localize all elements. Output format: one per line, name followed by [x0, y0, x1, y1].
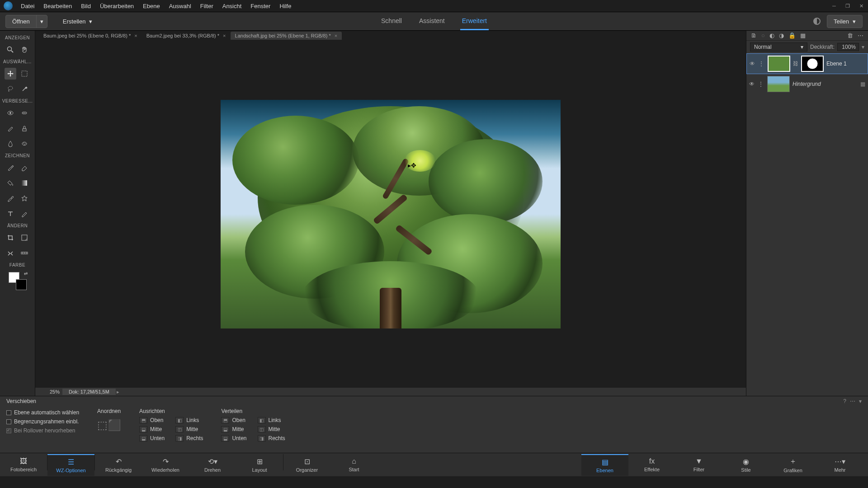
doc-info[interactable]: Dok: 17,2M/51,5M [62, 389, 116, 395]
auto-select-checkbox[interactable]: Ebene automatisch wählen [6, 408, 79, 417]
layer-name[interactable]: Ebene 1 [826, 61, 847, 67]
create-button[interactable]: Erstellen ▾ [57, 15, 99, 28]
menu-fenster[interactable]: Fenster [246, 1, 275, 11]
align-hmiddle-button[interactable]: ◫Mitte [175, 426, 203, 432]
maximize-button[interactable]: ❐ [841, 1, 854, 10]
marquee-tool[interactable] [19, 68, 30, 80]
layer-row-1[interactable]: 👁 ⋮ Hintergrund ▦ [746, 74, 868, 94]
eraser-tool[interactable] [19, 162, 30, 174]
eyedropper-tool[interactable] [5, 192, 16, 204]
blend-mode-select[interactable]: Normal▾ [750, 42, 807, 52]
menu-ansicht[interactable]: Ansicht [218, 1, 246, 11]
mask-thumbnail[interactable] [801, 56, 824, 72]
chevron-down-icon[interactable]: ▾ [862, 44, 864, 50]
mode-guided[interactable]: Assistent [417, 13, 447, 30]
menu-ueberarbeiten[interactable]: Überarbeiten [95, 1, 138, 11]
canvas-area[interactable]: ▸✥ [35, 41, 746, 388]
recompose-tool[interactable] [19, 232, 30, 244]
type-tool[interactable] [5, 208, 16, 220]
fill-tool[interactable] [5, 177, 16, 189]
link-icon[interactable]: ⋮ [758, 81, 764, 87]
menu-hilfe[interactable]: Hilfe [275, 1, 296, 11]
graphics-tab-button[interactable]: ＋Grafiken [769, 454, 816, 476]
spot-heal-tool[interactable] [19, 107, 30, 119]
clone-stamp-tool[interactable] [19, 122, 30, 134]
dist-vmiddle-button[interactable]: ⬓Mitte [221, 426, 246, 432]
canvas[interactable]: ▸✥ [221, 100, 561, 328]
adjustment-layer-icon[interactable]: ◑ [779, 32, 784, 39]
share-button[interactable]: Teilen ▾ [827, 15, 863, 28]
mode-quick[interactable]: Schnell [379, 13, 404, 30]
rotate-button[interactable]: ⟲▾Drehen [189, 454, 236, 476]
doc-tab-2[interactable]: Landschaft.jpg bei 25% (Ebene 1, RGB/8) … [231, 32, 342, 40]
opacity-input[interactable]: 100% [837, 43, 859, 51]
rollover-checkbox[interactable]: Bei Rollover hervorheben [6, 426, 79, 435]
menu-datei[interactable]: Datei [16, 1, 39, 11]
doc-tab-1[interactable]: Baum2.jpeg bei 33,3% (RGB/8) *× [142, 32, 231, 40]
mode-expert[interactable]: Erweitert [460, 13, 489, 30]
collapse-icon[interactable]: ▾ [859, 398, 862, 404]
lasso-tool[interactable] [5, 83, 16, 95]
layout-button[interactable]: ⊞Layout [236, 454, 283, 476]
show-bbox-checkbox[interactable]: Begrenzungsrahmen einbl. [6, 417, 79, 426]
menu-bild[interactable]: Bild [76, 1, 95, 11]
align-bottom-button[interactable]: ⬓Unten [139, 435, 165, 441]
delete-layer-icon[interactable]: 🗑 [847, 32, 853, 39]
open-dropdown-icon[interactable]: ▾ [36, 15, 47, 28]
color-swatches[interactable]: ⇄ [9, 272, 27, 290]
visibility-icon[interactable]: 👁 [749, 81, 755, 87]
close-tab-icon[interactable]: × [223, 33, 226, 38]
home-button[interactable]: ⌂Start [330, 454, 377, 476]
crop-tool[interactable] [5, 232, 16, 244]
doc-info-arrow-icon[interactable]: ▸ [116, 389, 120, 395]
open-button[interactable]: Öffnen ▾ [5, 15, 47, 28]
dist-hmiddle-button[interactable]: ◫Mitte [258, 426, 285, 432]
align-right-button[interactable]: ◨Rechts [175, 435, 203, 441]
theme-toggle-icon[interactable] [813, 18, 821, 25]
align-top-button[interactable]: ⬒Oben [139, 417, 165, 423]
layer-name[interactable]: Hintergrund [793, 81, 821, 87]
layer-row-0[interactable]: 👁 ⋮ ⛓ Ebene 1 [746, 53, 868, 74]
layers-tab-button[interactable]: ▤Ebenen [581, 454, 628, 476]
shape-tool[interactable] [19, 192, 30, 204]
doc-tab-0[interactable]: Baum.jpeg bei 25% (Ebene 0, RGB/8) *× [39, 32, 142, 40]
magic-wand-tool[interactable] [19, 83, 30, 95]
dist-bottom-button[interactable]: ⬓Unten [221, 435, 246, 441]
dist-top-button[interactable]: ⬒Oben [221, 417, 246, 423]
visibility-icon[interactable]: 👁 [750, 61, 756, 67]
menu-ebene[interactable]: Ebene [138, 1, 165, 11]
menu-bearbeiten[interactable]: Bearbeiten [39, 1, 76, 11]
swap-colors-icon[interactable]: ⇄ [24, 271, 28, 276]
gradient-tool[interactable] [19, 177, 30, 189]
layer-thumbnail[interactable] [767, 76, 790, 92]
layer-mask-icon[interactable]: ◐ [769, 32, 774, 39]
background-swatch[interactable] [16, 279, 27, 290]
pencil-tool[interactable] [19, 208, 30, 220]
menu-filter[interactable]: Filter [196, 1, 218, 11]
content-aware-tool[interactable] [5, 247, 16, 259]
effects-tab-button[interactable]: fxEffekte [628, 454, 675, 476]
undo-button[interactable]: ↶Rückgängig [95, 454, 142, 476]
brush-tool[interactable] [5, 162, 16, 174]
hand-tool[interactable] [19, 44, 30, 56]
dist-left-button[interactable]: ◧Links [258, 417, 285, 423]
smart-brush-tool[interactable] [5, 122, 16, 134]
close-tab-icon[interactable]: × [335, 33, 337, 38]
zoom-level[interactable]: 25% [35, 389, 62, 394]
layer-fx-icon[interactable]: ○ [761, 32, 765, 39]
filters-tab-button[interactable]: ▼Filter [675, 454, 722, 476]
align-left-button[interactable]: ◧Links [175, 417, 203, 423]
mask-link-icon[interactable]: ⛓ [793, 61, 798, 67]
redo-button[interactable]: ↷Wiederholen [142, 454, 189, 476]
styles-tab-button[interactable]: ◉Stile [722, 454, 769, 476]
layer-thumbnail[interactable] [768, 56, 790, 72]
minimize-button[interactable]: ─ [827, 1, 841, 10]
move-tool[interactable] [5, 68, 16, 80]
arrange-icon[interactable]: ⬚⬛ [97, 419, 121, 432]
dist-right-button[interactable]: ◨Rechts [258, 435, 285, 441]
zoom-tool[interactable] [5, 44, 16, 56]
photo-bin-button[interactable]: 🖼Fotobereich [0, 454, 47, 476]
more-tab-button[interactable]: ⋯▾Mehr [816, 454, 863, 476]
redeye-tool[interactable] [5, 107, 16, 119]
layer-settings-icon[interactable]: ▦ [860, 81, 865, 87]
